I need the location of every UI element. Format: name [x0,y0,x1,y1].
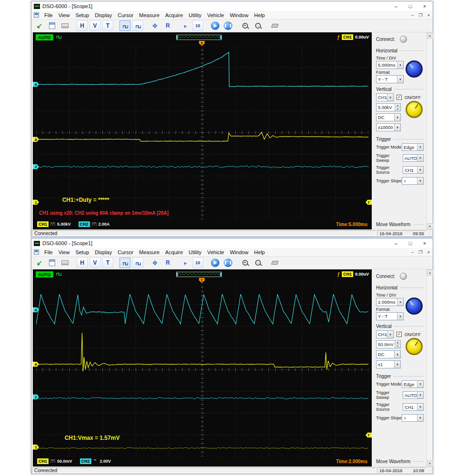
menu-acquire[interactable]: Acquire [162,12,186,18]
menu-utility[interactable]: Utility [186,249,204,255]
maximize-button[interactable]: □ [403,1,417,11]
format-select[interactable]: Y - T▼ [376,312,404,320]
zoom-in-icon[interactable]: + [239,20,250,31]
menu-help[interactable]: Help [251,12,268,18]
menu-window[interactable]: Window [227,12,251,18]
move-waveform-icon[interactable] [149,20,160,31]
mdi-restore-button[interactable]: ❐ [416,13,425,18]
menu-utility[interactable]: Utility [186,12,204,18]
time-div-select[interactable]: 2.000ms▼ [376,298,404,306]
scale-spinner[interactable]: 50.0mV ▲▼ [376,340,401,348]
menu-display[interactable]: Display [92,249,115,255]
cursor-tool-icon[interactable] [179,20,190,31]
waveform-preview[interactable] [176,272,222,277]
decade-steps-button[interactable]: 10 [192,20,203,31]
menu-measure[interactable]: Measure [136,249,162,255]
trigger-sweep-select[interactable]: AUTO▼ [403,154,424,162]
resize-grip[interactable] [427,467,433,474]
coupling-select[interactable]: DC▼ [376,350,401,358]
waveform-mode-alt-icon[interactable] [132,20,143,31]
menu-vehicle[interactable]: Vehicle [204,249,227,255]
menu-file[interactable]: File [41,249,56,255]
panel-scrollbar[interactable]: ▲ ▼ [426,269,433,466]
maximize-button[interactable]: □ [403,238,417,248]
menu-setup[interactable]: Setup [72,12,92,18]
erase-display-icon[interactable] [269,258,280,268]
erase-display-icon[interactable] [269,20,280,31]
menu-vehicle[interactable]: Vehicle [204,12,227,18]
mdi-close-button[interactable]: × [425,13,433,18]
menu-cursor[interactable]: Cursor [115,12,136,18]
onoff-checkbox[interactable]: ✓ [397,95,402,100]
vertical-settings-button[interactable]: V [89,20,100,31]
cursor-tool-icon[interactable] [179,258,190,268]
open-file-icon[interactable] [47,258,58,268]
menu-setup[interactable]: Setup [72,249,92,255]
pause-button[interactable] [222,258,233,268]
vertical-settings-button[interactable]: V [89,258,100,268]
trigger-source-select[interactable]: CH1▼ [403,403,424,411]
horizontal-settings-button[interactable]: H [77,258,88,268]
decade-steps-button[interactable]: 10 [192,258,203,268]
open-file-icon[interactable] [47,20,58,31]
mdi-close-button[interactable]: × [425,250,433,255]
menu-acquire[interactable]: Acquire [162,249,186,255]
time-div-knob[interactable] [406,298,423,315]
connect-indicator[interactable] [400,36,407,43]
menu-file[interactable]: File [41,12,56,18]
scroll-up-icon[interactable]: ▲ [427,269,433,276]
panel-scrollbar[interactable]: ▲ ▼ [426,32,433,229]
connect-device-icon[interactable] [34,20,45,31]
spinner-arrows-icon[interactable]: ▲▼ [395,341,400,348]
mdi-minimize-button[interactable]: – [408,250,416,255]
zoom-out-icon[interactable]: - [252,258,263,268]
coupling-select[interactable]: DC▼ [376,113,401,121]
time-div-select[interactable]: 5.000ms▼ [376,61,404,69]
trigger-position-marker[interactable]: T [199,41,205,46]
time-div-knob[interactable] [406,60,423,78]
waveform-mode-icon[interactable] [119,20,130,31]
connect-device-icon[interactable] [34,258,45,268]
menu-help[interactable]: Help [251,249,268,255]
vertical-scale-knob[interactable] [406,338,423,355]
connect-indicator[interactable] [400,273,407,280]
scope-grid[interactable]: AA21TCH1:+Duty = *****CH1 using x20; CH2… [36,46,368,219]
format-select[interactable]: Y - T▼ [376,75,404,83]
spinner-arrows-icon[interactable]: ▲▼ [395,104,400,111]
scroll-down-icon[interactable]: ▼ [427,460,433,466]
print-icon[interactable] [60,258,70,268]
vertical-scale-knob[interactable] [406,101,423,118]
trigger-position-marker[interactable]: T [199,278,205,283]
menu-measure[interactable]: Measure [136,12,162,18]
zoom-out-icon[interactable]: - [252,20,263,31]
waveform-mode-alt-icon[interactable] [132,258,143,268]
reset-button[interactable]: R [162,258,173,268]
scroll-down-icon[interactable]: ▼ [427,223,433,229]
trigger-source-select[interactable]: CH1▼ [403,166,424,174]
close-button[interactable]: × [417,1,432,11]
minimize-button[interactable]: – [389,1,403,11]
minimize-button[interactable]: – [389,238,403,248]
pause-button[interactable] [222,20,233,31]
print-icon[interactable] [60,20,70,31]
scroll-up-icon[interactable]: ▲ [427,32,433,39]
trigger-slope-select[interactable]: +▼ [402,414,424,422]
menu-cursor[interactable]: Cursor [115,249,136,255]
probe-select[interactable]: x10000▼ [376,123,401,131]
scale-spinner[interactable]: 5.00kV ▲▼ [376,103,401,111]
run-button[interactable] [209,20,220,31]
trigger-settings-button[interactable]: T [102,258,113,268]
trigger-mode-select[interactable]: Edge▼ [402,380,424,388]
menu-view[interactable]: View [56,249,73,255]
onoff-checkbox[interactable]: ✓ [397,332,402,337]
close-button[interactable]: × [417,238,432,248]
menu-view[interactable]: View [56,12,73,18]
waveform-mode-icon[interactable] [119,258,130,268]
probe-select[interactable]: x1▼ [376,360,401,368]
horizontal-settings-button[interactable]: H [77,20,88,31]
mdi-restore-button[interactable]: ❐ [416,250,425,255]
zoom-in-icon[interactable]: + [239,258,250,268]
resize-grip[interactable] [427,230,433,237]
move-waveform-icon[interactable] [149,258,160,268]
channel-select[interactable]: CH1▼ [376,330,394,338]
